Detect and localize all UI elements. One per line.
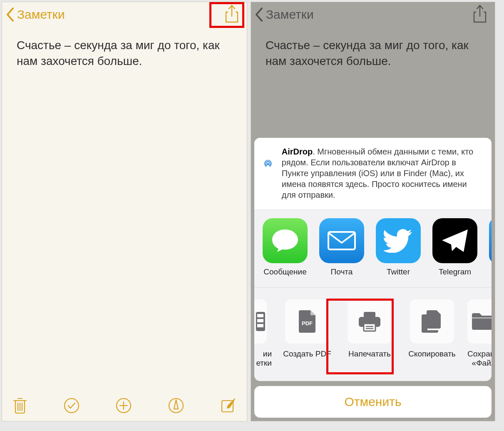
- airdrop-text: AirDrop. Мгновенный обмен данными с теми…: [282, 146, 483, 200]
- svg-rect-18: [257, 319, 263, 322]
- print-icon: [348, 299, 392, 344]
- cancel-label: Отменить: [344, 395, 401, 409]
- airdrop-title: AirDrop: [282, 147, 313, 156]
- cancel-button[interactable]: Отменить: [254, 386, 492, 418]
- svg-rect-17: [257, 314, 263, 317]
- back-button[interactable]: Заметки: [6, 7, 65, 22]
- airdrop-section[interactable]: AirDrop. Мгновенный обмен данными с теми…: [254, 138, 492, 210]
- delete-button[interactable]: [12, 396, 27, 416]
- back-button-dimmed: Заметки: [255, 7, 314, 22]
- share-action-partial-left[interactable]: ииетки: [254, 299, 272, 368]
- svg-point-14: [267, 164, 268, 165]
- svg-rect-19: [257, 324, 263, 327]
- chevron-left-icon: [255, 7, 263, 22]
- pdf-icon: PDF: [285, 299, 329, 344]
- share-action-save-files[interactable]: Сохранить «Файлы»: [467, 299, 492, 368]
- notes-screen-sharesheet: Заметки Счастье – секунда за миг до того…: [251, 2, 495, 421]
- trash-icon: [12, 396, 27, 415]
- share-app-telegram[interactable]: Telegram: [432, 218, 477, 277]
- share-action-copy[interactable]: Скопировать: [405, 299, 459, 359]
- share-button[interactable]: [224, 5, 239, 25]
- share-app-messages[interactable]: Сообщение: [263, 218, 308, 277]
- share-app-label: Telegram: [432, 267, 477, 277]
- share-app-more[interactable]: [489, 218, 492, 267]
- notes-screen-before: Заметки Счастье – секунда за миг до того…: [2, 2, 247, 421]
- bottom-toolbar: [2, 392, 247, 421]
- note-body-dimmed: Счастье – секунда за миг до того, как на…: [251, 27, 495, 69]
- share-icon: [224, 5, 239, 23]
- share-app-mail[interactable]: Почта: [319, 218, 364, 277]
- svg-rect-22: [364, 312, 375, 318]
- markup-icon: [168, 397, 184, 414]
- share-app-label: Почта: [319, 267, 364, 277]
- note-body[interactable]: Счастье – секунда за миг до того, как на…: [2, 27, 247, 69]
- svg-point-7: [65, 399, 79, 413]
- add-button[interactable]: [115, 397, 132, 416]
- share-button-dimmed: [472, 5, 487, 25]
- nav-bar-left: Заметки: [2, 2, 247, 27]
- back-label: Заметки: [17, 7, 65, 22]
- checklist-button[interactable]: [63, 397, 80, 416]
- svg-rect-15: [328, 232, 355, 249]
- share-sheet-content: AirDrop. Мгновенный обмен данными с теми…: [254, 138, 492, 381]
- compose-button[interactable]: [220, 397, 236, 416]
- share-app-label: Twitter: [376, 267, 421, 277]
- next-app-icon: [489, 218, 492, 263]
- sketch-button[interactable]: [168, 397, 184, 416]
- share-sheet: AirDrop. Мгновенный обмен данными с теми…: [251, 135, 495, 421]
- check-circle-icon: [63, 397, 80, 414]
- telegram-icon: [432, 218, 477, 263]
- share-actions-row[interactable]: ииетки PDF Создать PDF Напечатать: [254, 288, 492, 381]
- share-action-label: Сохранить «Файлы»: [467, 349, 492, 368]
- nav-bar-right: Заметки: [251, 2, 495, 27]
- share-app-label: Сообщение: [263, 267, 308, 277]
- share-app-twitter[interactable]: Twitter: [376, 218, 421, 277]
- share-action-label: Скопировать: [405, 349, 459, 359]
- compose-icon: [220, 397, 236, 414]
- share-action-label: Создать PDF: [280, 349, 334, 359]
- copy-icon: [410, 299, 454, 344]
- share-apps-row[interactable]: Сообщение Почта Twitter: [254, 210, 492, 288]
- svg-rect-26: [472, 317, 492, 319]
- plus-circle-icon: [115, 397, 132, 414]
- svg-rect-23: [364, 324, 375, 331]
- share-icon: [472, 5, 487, 23]
- svg-text:PDF: PDF: [302, 320, 313, 326]
- back-label: Заметки: [266, 7, 314, 22]
- share-action-label: ииетки: [254, 349, 272, 368]
- share-action-create-pdf[interactable]: PDF Создать PDF: [280, 299, 334, 359]
- airdrop-icon: [263, 146, 273, 182]
- folder-icon: [467, 299, 492, 344]
- chevron-left-icon: [6, 7, 15, 22]
- mail-icon: [319, 218, 364, 263]
- twitter-icon: [376, 218, 421, 263]
- messages-icon: [263, 218, 308, 263]
- share-action-label: Напечатать: [343, 349, 397, 359]
- table-icon: [254, 299, 267, 344]
- share-action-print[interactable]: Напечатать: [343, 299, 397, 359]
